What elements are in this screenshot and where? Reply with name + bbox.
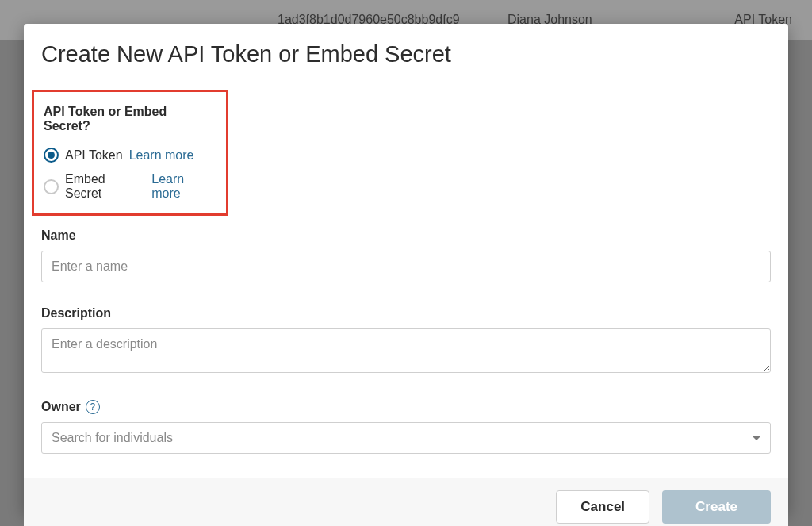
- name-label: Name: [41, 228, 771, 243]
- owner-placeholder: Search for individuals: [52, 431, 173, 445]
- radio-embed-secret[interactable]: Embed Secret Learn more: [44, 172, 216, 201]
- owner-label: Owner ?: [41, 400, 771, 414]
- description-label: Description: [41, 306, 771, 321]
- modal-title: Create New API Token or Embed Secret: [41, 41, 771, 67]
- name-input[interactable]: [41, 251, 771, 282]
- owner-label-text: Owner: [41, 400, 81, 414]
- radio-label-api-token: API Token: [65, 148, 123, 163]
- learn-more-api-token[interactable]: Learn more: [129, 148, 194, 163]
- description-input[interactable]: [41, 328, 771, 373]
- help-icon[interactable]: ?: [86, 400, 100, 414]
- caret-down-icon: [753, 436, 760, 440]
- token-type-label: API Token or Embed Secret?: [44, 105, 216, 133]
- radio-label-embed-secret: Embed Secret: [65, 172, 145, 201]
- modal-body: Create New API Token or Embed Secret API…: [24, 24, 788, 478]
- token-type-section: API Token or Embed Secret? API Token Lea…: [32, 90, 228, 216]
- create-button[interactable]: Create: [662, 490, 771, 524]
- learn-more-embed-secret[interactable]: Learn more: [151, 172, 216, 201]
- owner-select[interactable]: Search for individuals: [41, 422, 771, 454]
- radio-icon: [44, 148, 59, 163]
- radio-api-token[interactable]: API Token Learn more: [44, 148, 216, 163]
- modal-footer: Cancel Create: [24, 478, 788, 526]
- radio-dot-icon: [48, 152, 55, 159]
- create-token-modal: Create New API Token or Embed Secret API…: [24, 24, 788, 514]
- radio-icon: [44, 179, 59, 194]
- cancel-button[interactable]: Cancel: [556, 490, 649, 524]
